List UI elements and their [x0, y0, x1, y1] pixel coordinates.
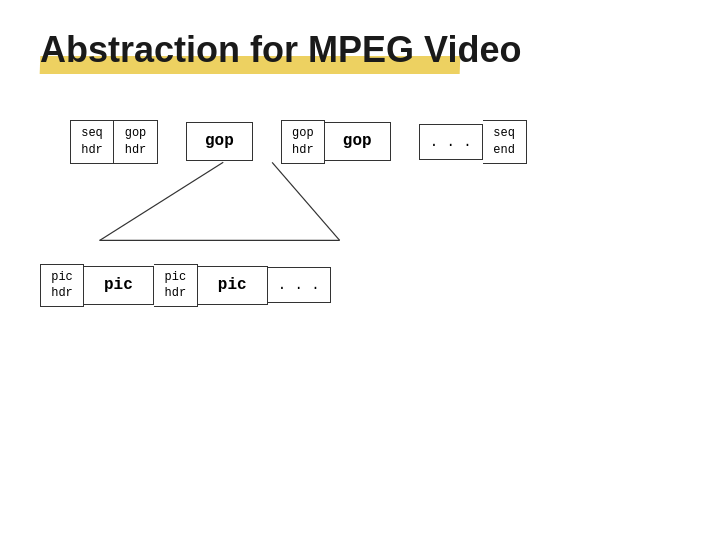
gop-hdr-box-1: gophdr: [114, 120, 158, 164]
page-title: Abstraction for MPEG Video: [40, 30, 680, 70]
top-dots-box: . . .: [419, 124, 483, 160]
top-row: seqhdr gophdr gop gophdr gop . . . seqen…: [70, 120, 680, 164]
gop-hdr-box-2: gophdr: [281, 120, 325, 164]
pic-box-2: pic: [198, 266, 268, 305]
slide: Abstraction for MPEG Video seqhdr gophdr…: [0, 0, 720, 540]
pic-box-1: pic: [84, 266, 154, 305]
pic-hdr-box-1: pichdr: [40, 264, 84, 308]
diagram-area: seqhdr gophdr gop gophdr gop . . . seqen…: [40, 120, 680, 307]
gop-box-1: gop: [186, 122, 253, 161]
bottom-row: pichdr pic pichdr pic . . .: [40, 264, 680, 308]
seq-hdr-box: seqhdr: [70, 120, 114, 164]
svg-line-1: [272, 162, 340, 240]
seq-end-box: seqend: [483, 120, 527, 164]
svg-line-0: [100, 162, 224, 240]
title-section: Abstraction for MPEG Video: [40, 30, 680, 70]
bottom-dots-box: . . .: [268, 267, 331, 303]
pic-hdr-box-2: pichdr: [154, 264, 198, 308]
gop-box-2: gop: [325, 122, 391, 161]
